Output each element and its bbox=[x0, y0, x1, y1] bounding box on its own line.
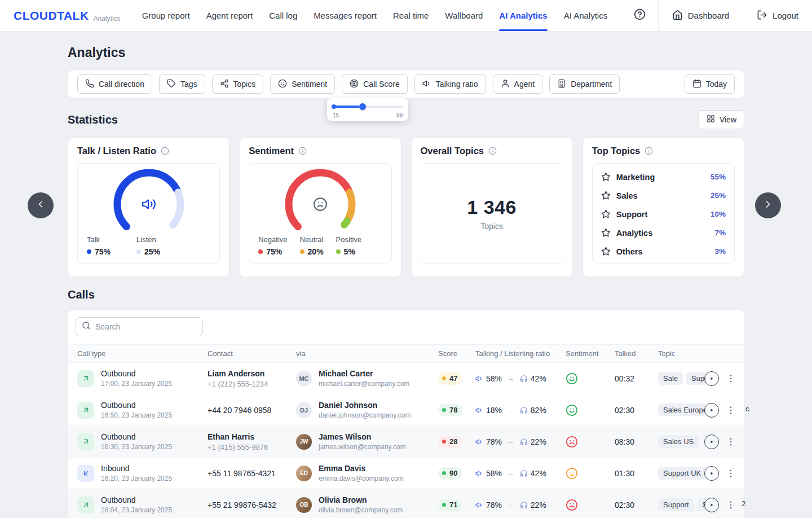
speaker-icon bbox=[475, 469, 483, 477]
carousel-next-button[interactable] bbox=[755, 192, 781, 218]
sentiment-gauge bbox=[275, 165, 365, 240]
avatar: OB bbox=[296, 497, 312, 513]
headphones-icon bbox=[520, 501, 528, 509]
filter-topics-button[interactable]: Topics bbox=[212, 74, 264, 94]
headphones-icon bbox=[520, 469, 528, 477]
nav-messages-report[interactable]: Messages report bbox=[314, 0, 377, 31]
speaker-icon bbox=[475, 375, 483, 383]
dashboard-label: Dashboard bbox=[688, 11, 729, 20]
tag-icon bbox=[167, 79, 176, 90]
kebab-menu[interactable] bbox=[726, 374, 736, 384]
play-button[interactable] bbox=[704, 434, 719, 449]
statistics-title: Statistics bbox=[68, 113, 118, 126]
target-icon bbox=[350, 79, 359, 90]
calls-table-header: Call type Contact via Score Talking / Li… bbox=[68, 344, 744, 363]
nav-right: Dashboard Logout bbox=[621, 0, 812, 31]
slider-min-handle[interactable] bbox=[332, 104, 336, 109]
logout-button[interactable]: Logout bbox=[743, 0, 812, 31]
view-button[interactable]: View bbox=[699, 110, 744, 129]
talk-listen-gauge bbox=[104, 165, 194, 240]
nav-items: Group report Agent report Call log Messa… bbox=[142, 0, 608, 31]
col-sentiment: Sentiment bbox=[566, 349, 615, 358]
play-button[interactable] bbox=[704, 403, 719, 418]
dashboard-button[interactable]: Dashboard bbox=[659, 0, 743, 31]
nav-call-log[interactable]: Call log bbox=[269, 0, 297, 31]
nav-real-time[interactable]: Real time bbox=[393, 0, 429, 31]
slider-handle[interactable] bbox=[359, 103, 366, 110]
call-row[interactable]: Outbound17:00, 23 January 2025 Liam Ande… bbox=[68, 363, 744, 394]
slider-min-label: 15 bbox=[333, 112, 339, 118]
help-button[interactable] bbox=[621, 0, 658, 31]
sentiment-sad-icon bbox=[566, 436, 615, 448]
play-button[interactable] bbox=[704, 498, 719, 512]
filter-call-direction-button[interactable]: Call direction bbox=[77, 74, 152, 94]
nav-wallboard[interactable]: Wallboard bbox=[445, 0, 483, 31]
headphones-icon bbox=[520, 406, 528, 414]
talk-dot bbox=[87, 249, 91, 254]
topic-tag: Support UK bbox=[658, 467, 705, 480]
info-icon[interactable] bbox=[298, 147, 307, 155]
filter-department-button[interactable]: Department bbox=[549, 74, 620, 94]
call-row[interactable]: Inbound16:20, 23 January 2025 +55 11 987… bbox=[68, 458, 744, 489]
call-score-slider-popover: 15 99 bbox=[327, 98, 408, 121]
slider-max-label: 99 bbox=[396, 112, 403, 118]
arrow-up-right-icon bbox=[77, 370, 94, 387]
date-range-button[interactable]: Today bbox=[685, 74, 735, 94]
avatar: MC bbox=[296, 371, 312, 387]
sentiment-card: Sentiment Negative 75% Neutral bbox=[239, 137, 401, 277]
logout-icon bbox=[757, 10, 767, 22]
listen-dot bbox=[136, 249, 141, 254]
play-button[interactable] bbox=[704, 466, 719, 481]
top-topic-item: Sales 25% bbox=[601, 186, 726, 205]
nav-group-report[interactable]: Group report bbox=[142, 0, 190, 31]
arrow-up-right-icon bbox=[77, 497, 94, 513]
filter-talking-ratio-button[interactable]: Talking ratio bbox=[414, 74, 486, 94]
col-contact: Contact bbox=[208, 349, 296, 358]
positive-dot bbox=[336, 249, 341, 254]
logo[interactable]: CLOUDTALK Analytics bbox=[14, 0, 121, 31]
arrow-up-right-icon bbox=[77, 402, 94, 419]
calls-title: Calls bbox=[68, 288, 744, 301]
kebab-menu[interactable] bbox=[726, 468, 736, 479]
info-icon[interactable] bbox=[645, 147, 653, 155]
star-icon bbox=[601, 228, 611, 238]
calendar-icon bbox=[692, 79, 701, 90]
sentiment-happy-icon bbox=[566, 372, 615, 385]
kebab-menu[interactable] bbox=[726, 405, 736, 415]
smiley-icon bbox=[278, 79, 287, 90]
kebab-menu[interactable] bbox=[726, 437, 736, 447]
talk-listen-legend: Talk 75% Listen 25% bbox=[87, 235, 160, 256]
call-row[interactable]: Outbound16:50, 23 January 2025 +44 20 79… bbox=[68, 394, 744, 426]
nav-agent-report[interactable]: Agent report bbox=[206, 0, 253, 31]
overflow-text-fragment: c bbox=[745, 405, 749, 413]
sentiment-legend: Negative 75% Neutral 20% Positive 5% bbox=[258, 235, 361, 256]
filter-sentiment-button[interactable]: Sentiment bbox=[270, 74, 335, 94]
slider-track[interactable] bbox=[333, 106, 403, 108]
kebab-menu[interactable] bbox=[726, 500, 736, 510]
sound-waves-icon bbox=[422, 79, 431, 90]
play-button[interactable] bbox=[704, 371, 719, 386]
nav-ai-analytics-active[interactable]: AI Analytics bbox=[499, 0, 547, 31]
top-topics-title: Top Topics bbox=[592, 146, 641, 156]
star-icon bbox=[601, 172, 611, 182]
avatar: JW bbox=[296, 434, 312, 450]
info-icon[interactable] bbox=[161, 147, 169, 155]
call-row[interactable]: Outbound16:04, 23 January 2025 +55 21 99… bbox=[68, 489, 744, 518]
score-badge: 28 bbox=[438, 436, 462, 448]
negative-dot bbox=[258, 249, 263, 254]
carousel-prev-button[interactable] bbox=[28, 192, 54, 218]
nav-ai-analytics-2[interactable]: AI Analytics bbox=[564, 0, 608, 31]
call-row[interactable]: Outbound16:30, 23 January 2025 Ethan Har… bbox=[68, 426, 744, 458]
search-input[interactable] bbox=[95, 322, 197, 331]
filter-agent-button[interactable]: Agent bbox=[493, 74, 543, 94]
star-icon bbox=[601, 191, 611, 200]
filter-bar: Call direction Tags Topics Sentiment Cal… bbox=[68, 69, 744, 99]
filter-call-score-button[interactable]: Call Score bbox=[342, 74, 408, 94]
filter-tags-button[interactable]: Tags bbox=[159, 74, 205, 94]
logo-text: CLOUDTALK bbox=[14, 9, 89, 23]
sentiment-neutral-icon bbox=[566, 467, 615, 480]
col-via: via bbox=[296, 349, 438, 358]
logout-label: Logout bbox=[773, 11, 798, 20]
col-score: Score bbox=[438, 349, 475, 358]
info-icon[interactable] bbox=[488, 147, 497, 155]
